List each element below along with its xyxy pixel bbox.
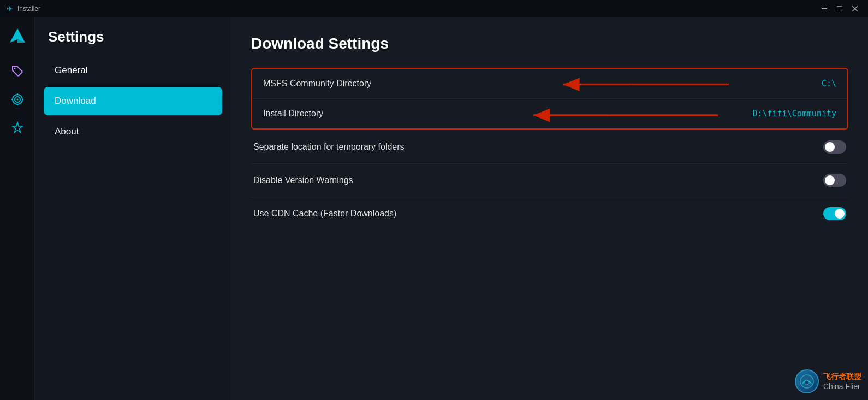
close-button[interactable] [848, 3, 861, 14]
app-icon: ✈ [7, 4, 13, 13]
svg-point-9 [16, 99, 18, 101]
sidebar-item-general[interactable]: General [44, 56, 222, 85]
titlebar-title: Installer [17, 5, 40, 13]
msfs-community-directory-label: MSFS Community Directory [263, 79, 371, 89]
watermark: 飞行者联盟 China Flier [795, 369, 861, 393]
sidebar-item-download[interactable]: Download [44, 87, 222, 115]
sidebar: Settings General Download About [35, 17, 231, 400]
watermark-text: 飞行者联盟 China Flier [823, 372, 861, 391]
svg-point-19 [805, 380, 809, 385]
page-title: Download Settings [251, 35, 848, 52]
target-icon[interactable] [5, 87, 29, 111]
sidebar-item-about[interactable]: About [44, 117, 222, 146]
separate-temp-folders-toggle[interactable] [823, 140, 846, 154]
watermark-logo [795, 369, 819, 393]
maximize-button[interactable] [833, 3, 846, 14]
app-body: Settings General Download About Download… [0, 17, 868, 400]
svg-rect-0 [822, 8, 827, 9]
main-content: Download Settings [231, 17, 868, 400]
use-cdn-cache-row: Use CDN Cache (Faster Downloads) [251, 197, 848, 230]
watermark-line1: 飞行者联盟 [823, 372, 861, 381]
separate-temp-folders-label: Separate location for temporary folders [253, 142, 405, 152]
separate-temp-folders-row: Separate location for temporary folders [251, 131, 848, 164]
use-cdn-cache-toggle[interactable] [823, 207, 846, 220]
code-icon[interactable] [5, 116, 29, 140]
sidebar-item-about-label: About [55, 126, 79, 137]
toggle-knob [825, 175, 835, 185]
toggle-settings-section: Separate location for temporary folders … [251, 131, 848, 230]
use-cdn-cache-label: Use CDN Cache (Faster Downloads) [253, 209, 396, 219]
tag-icon[interactable] [5, 59, 29, 83]
sidebar-item-general-label: General [55, 65, 87, 76]
sidebar-item-download-label: Download [55, 96, 96, 107]
icon-rail [0, 17, 35, 400]
highlighted-settings-section: MSFS Community Directory C:\ Install Dir… [251, 68, 848, 130]
watermark-line2: China Flier [823, 381, 861, 391]
install-directory-row[interactable]: Install Directory D:\fifi\Community [252, 99, 847, 128]
disable-version-warnings-toggle[interactable] [823, 174, 846, 187]
svg-rect-1 [837, 6, 842, 11]
disable-version-warnings-row: Disable Version Warnings [251, 164, 848, 197]
disable-version-warnings-label: Disable Version Warnings [253, 175, 353, 185]
install-directory-value[interactable]: D:\fifi\Community [752, 109, 836, 119]
msfs-community-directory-row[interactable]: MSFS Community Directory C:\ [252, 69, 847, 99]
sidebar-title: Settings [44, 28, 222, 45]
toggle-knob [825, 142, 835, 152]
titlebar-left: ✈ Installer [7, 4, 40, 13]
logo-icon [5, 24, 29, 48]
svg-point-6 [14, 68, 15, 69]
install-directory-label: Install Directory [263, 109, 323, 119]
toggle-knob [835, 209, 845, 219]
msfs-community-directory-value[interactable]: C:\ [822, 79, 836, 89]
titlebar: ✈ Installer [0, 0, 868, 17]
minimize-button[interactable] [818, 3, 831, 14]
directory-settings-box: MSFS Community Directory C:\ Install Dir… [251, 68, 848, 130]
titlebar-controls [818, 3, 861, 14]
